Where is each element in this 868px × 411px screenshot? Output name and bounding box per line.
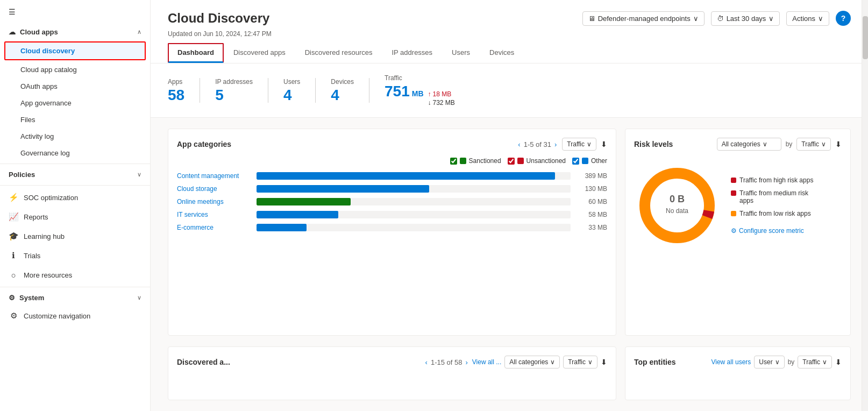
sidebar-item-trials[interactable]: ℹ Trials <box>0 246 150 265</box>
low-risk-dot <box>731 211 736 216</box>
discovered-view-all-link[interactable]: View all ... <box>472 358 501 366</box>
sanctioned-checkbox[interactable] <box>450 158 457 165</box>
unsanctioned-dot <box>517 158 524 164</box>
sidebar-item-customize-navigation[interactable]: ⚙ Customize navigation <box>0 306 150 325</box>
discovered-apps-controls: ‹ 1-15 of 58 › View all ... All categori… <box>424 356 607 369</box>
page-header: Cloud Discovery 🖥 Defender-managed endpo… <box>151 0 868 63</box>
categories-download-button[interactable]: ⬇ <box>601 140 607 148</box>
tab-users[interactable]: Users <box>442 43 480 63</box>
header-controls: 🖥 Defender-managed endpoints ∨ ⏱ Last 30… <box>582 11 851 26</box>
bar-label-3[interactable]: IT services <box>177 211 252 218</box>
donut-area: 0 B No data Traffic from high risk apps … <box>634 157 842 254</box>
cloud-apps-section[interactable]: ☁ Cloud apps ∧ <box>0 24 150 40</box>
traffic-details: ↑ 18 MB ↓ 732 MB <box>428 90 455 107</box>
scrollbar[interactable] <box>862 0 868 411</box>
sidebar-item-soc-optimization[interactable]: ⚡ SOC optimization <box>0 188 150 207</box>
bar-label-1[interactable]: Cloud storage <box>177 185 252 193</box>
traffic-down: ↓ 732 MB <box>428 99 455 107</box>
risk-categories-dropdown[interactable]: All categories ∨ <box>717 138 781 151</box>
hamburger-menu[interactable]: ☰ <box>0 0 150 24</box>
discovered-next-button[interactable]: › <box>464 358 468 366</box>
scrollbar-thumb[interactable] <box>863 16 868 59</box>
configure-score-metric-link[interactable]: ⚙ Configure score metric <box>731 227 817 235</box>
sidebar-item-app-governance[interactable]: App governance <box>0 95 150 111</box>
user-dropdown-chevron: ∨ <box>775 358 780 366</box>
bar-size-3: 58 MB <box>575 211 607 218</box>
stat-traffic: Traffic 751 MB ↑ 18 MB ↓ 732 MB <box>385 74 470 107</box>
unsanctioned-checkbox[interactable] <box>508 158 515 165</box>
bar-fill-4 <box>257 224 307 231</box>
stat-users: Users 4 <box>283 78 316 103</box>
high-risk-dot <box>731 178 736 183</box>
actions-chevron-icon: ∨ <box>818 15 823 23</box>
sidebar-item-learning-hub[interactable]: 🎓 Learning hub <box>0 226 150 246</box>
help-button[interactable]: ? <box>836 11 851 26</box>
time-filter-button[interactable]: ⏱ Last 30 days ∨ <box>711 11 780 26</box>
title-row: Cloud Discovery 🖥 Defender-managed endpo… <box>168 11 851 26</box>
discovered-traffic-dropdown[interactable]: Traffic ∨ <box>563 356 597 369</box>
actions-button[interactable]: Actions ∨ <box>786 11 829 26</box>
sidebar-item-oauth-apps[interactable]: OAuth apps <box>0 78 150 95</box>
bar-label-2[interactable]: Online meetings <box>177 198 252 206</box>
other-checkbox[interactable] <box>572 158 579 165</box>
bar-container-3 <box>257 211 571 218</box>
system-section[interactable]: ⚙ System ∨ <box>0 289 150 306</box>
policies-section[interactable]: Policies ∨ <box>0 166 150 183</box>
legend-unsanctioned: Unsanctioned <box>508 157 566 165</box>
tab-devices[interactable]: Devices <box>480 43 524 63</box>
endpoint-filter-button[interactable]: 🖥 Defender-managed endpoints ∨ <box>582 11 705 26</box>
sidebar-item-more-resources[interactable]: ○ More resources <box>0 265 150 285</box>
top-entities-title: Top entities <box>634 358 676 366</box>
discovered-apps-pagination: ‹ 1-15 of 58 › <box>424 358 469 366</box>
other-dot <box>582 158 588 164</box>
svg-text:No data: No data <box>666 207 688 215</box>
top-entities-traffic-dropdown[interactable]: Traffic ∨ <box>798 356 832 369</box>
top-entities-by-label: by <box>788 358 795 366</box>
traffic-value-row: 751 MB ↑ 18 MB ↓ 732 MB <box>385 84 455 107</box>
top-entities-download-button[interactable]: ⬇ <box>835 358 842 366</box>
tab-discovered-apps[interactable]: Discovered apps <box>224 43 295 63</box>
bar-row-1: Cloud storage 130 MB <box>177 185 607 193</box>
risk-legend: Traffic from high risk apps Traffic from… <box>731 176 817 235</box>
discovered-apps-header: Discovered a... ‹ 1-15 of 58 › View all … <box>177 356 607 369</box>
tab-dashboard[interactable]: Dashboard <box>168 43 224 63</box>
discovered-categories-dropdown[interactable]: All categories ∨ <box>504 356 560 369</box>
bar-label-4[interactable]: E-commerce <box>177 224 252 231</box>
tab-discovered-resources[interactable]: Discovered resources <box>295 43 382 63</box>
next-page-button[interactable]: › <box>553 140 558 148</box>
risk-levels-controls: All categories ∨ by Traffic ∨ ⬇ <box>717 138 842 151</box>
database-icon: 🖥 <box>588 15 595 23</box>
prev-page-button[interactable]: ‹ <box>517 140 521 148</box>
upload-icon: ↑ <box>428 90 431 98</box>
divider-3 <box>0 287 150 287</box>
sidebar-item-activity-log[interactable]: Activity log <box>0 128 150 145</box>
top-entities-view-all-link[interactable]: View all users <box>711 358 751 366</box>
stat-ip-addresses: IP addresses 5 <box>215 78 268 103</box>
bar-fill-1 <box>257 185 429 193</box>
risk-traffic-dropdown[interactable]: Traffic ∨ <box>796 138 831 151</box>
risk-legend-low: Traffic from low risk apps <box>731 210 817 217</box>
sidebar-item-reports[interactable]: 📈 Reports <box>0 207 150 226</box>
risk-levels-card: Risk levels All categories ∨ by Traffic … <box>625 129 851 336</box>
divider-2 <box>0 185 150 186</box>
app-categories-controls: ‹ 1-5 of 31 › Traffic ∨ ⬇ <box>517 138 607 151</box>
risk-download-button[interactable]: ⬇ <box>835 140 842 148</box>
top-entities-user-dropdown[interactable]: User ∨ <box>754 356 784 369</box>
categories-traffic-dropdown[interactable]: Traffic ∨ <box>562 138 596 151</box>
sidebar-item-cloud-discovery[interactable]: Cloud discovery <box>4 41 146 60</box>
discovered-prev-button[interactable]: ‹ <box>424 358 429 366</box>
categories-legend: Sanctioned Unsanctioned Other <box>177 157 607 165</box>
sidebar-item-files[interactable]: Files <box>0 111 150 128</box>
bar-row-0: Content management 389 MB <box>177 172 607 180</box>
donut-chart: 0 B No data <box>634 162 720 249</box>
discovered-apps-card: Discovered a... ‹ 1-15 of 58 › View all … <box>168 346 616 400</box>
tab-ip-addresses[interactable]: IP addresses <box>382 43 442 63</box>
sidebar-item-cloud-app-catalog[interactable]: Cloud app catalog <box>0 61 150 78</box>
sidebar-item-governance-log[interactable]: Governance log <box>0 145 150 161</box>
discovered-download-button[interactable]: ⬇ <box>601 358 607 366</box>
cloud-apps-chevron: ∧ <box>137 29 141 36</box>
legend-sanctioned: Sanctioned <box>450 157 501 165</box>
bar-label-0[interactable]: Content management <box>177 172 252 180</box>
bar-row-4: E-commerce 33 MB <box>177 224 607 231</box>
discovered-categories-chevron: ∨ <box>550 358 555 366</box>
